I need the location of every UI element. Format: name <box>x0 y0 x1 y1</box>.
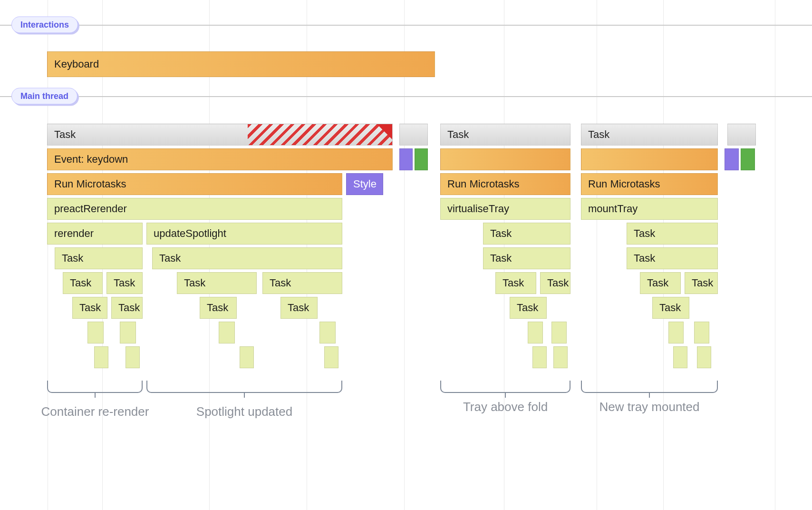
caption-mounted: New tray mounted <box>599 400 700 414</box>
task-bar[interactable]: Task <box>280 297 318 319</box>
task-bar[interactable] <box>324 346 338 368</box>
task-bar[interactable]: Task <box>200 297 237 319</box>
style-recalc-bar[interactable] <box>399 148 413 170</box>
preact-rerender-bar[interactable]: preactRerender <box>47 198 342 220</box>
task-bar[interactable] <box>673 346 687 368</box>
brace-container <box>47 381 143 393</box>
task-bar[interactable]: Task <box>47 124 393 146</box>
paint-bar[interactable] <box>741 148 755 170</box>
task-label: Task <box>54 128 76 141</box>
event-keydown-bar[interactable]: Event: keydown <box>47 148 393 170</box>
task-bar[interactable] <box>120 322 136 343</box>
brace-above-fold <box>440 381 570 393</box>
task-bar[interactable]: Task <box>152 247 342 269</box>
long-task-hatch <box>248 124 392 145</box>
run-microtasks-bar[interactable]: Run Microtasks <box>47 173 342 195</box>
mount-tray-bar[interactable]: mountTray <box>581 198 718 220</box>
task-bar[interactable]: Task <box>540 272 570 294</box>
event-bar[interactable] <box>440 148 570 170</box>
run-microtasks-bar[interactable]: Run Microtasks <box>440 173 570 195</box>
virtualise-tray-bar[interactable]: virtualiseTray <box>440 198 570 220</box>
gridline <box>775 0 775 510</box>
task-bar[interactable] <box>694 322 709 343</box>
long-task-triangle-icon <box>377 124 392 139</box>
paint-bar[interactable] <box>415 148 428 170</box>
task-bar[interactable]: Task <box>63 272 103 294</box>
task-bar[interactable] <box>94 346 108 368</box>
gridline <box>597 0 597 510</box>
brace-mounted <box>581 381 718 393</box>
task-bar[interactable] <box>727 124 756 146</box>
style-recalc-bar[interactable] <box>725 148 739 170</box>
task-bar[interactable]: Task <box>177 272 257 294</box>
task-bar[interactable]: Task <box>495 272 536 294</box>
style-bar[interactable]: Style <box>346 173 383 195</box>
task-bar[interactable] <box>240 346 254 368</box>
section-badge-interactions[interactable]: Interactions <box>11 17 78 33</box>
section-divider-interactions <box>0 25 812 26</box>
task-bar[interactable]: Task <box>510 297 547 319</box>
task-bar[interactable]: Task <box>581 124 718 146</box>
task-bar[interactable] <box>532 346 547 368</box>
task-bar[interactable]: Task <box>55 247 143 269</box>
task-bar[interactable] <box>697 346 711 368</box>
task-bar[interactable]: Task <box>440 124 570 146</box>
task-bar[interactable]: Task <box>640 272 681 294</box>
task-bar[interactable]: Task <box>483 223 570 245</box>
rerender-bar[interactable]: rerender <box>47 223 143 245</box>
task-bar[interactable]: Task <box>72 297 107 319</box>
section-badge-main-thread[interactable]: Main thread <box>11 88 77 105</box>
task-bar[interactable]: Task <box>685 272 718 294</box>
run-microtasks-bar[interactable]: Run Microtasks <box>581 173 718 195</box>
task-bar[interactable] <box>399 124 428 146</box>
section-divider-main-thread <box>0 96 812 97</box>
brace-spotlight <box>146 381 342 393</box>
flame-chart-canvas: Interactions Keyboard Main thread Task E… <box>0 0 812 510</box>
caption-above-fold: Tray above fold <box>463 400 548 414</box>
task-bar[interactable] <box>319 322 336 343</box>
task-bar[interactable]: Task <box>106 272 143 294</box>
task-bar[interactable]: Task <box>627 247 718 269</box>
task-bar[interactable]: Task <box>111 297 143 319</box>
task-bar[interactable] <box>668 322 684 343</box>
task-bar[interactable]: Task <box>262 272 342 294</box>
task-bar[interactable]: Task <box>627 223 718 245</box>
task-bar[interactable]: Task <box>652 297 689 319</box>
caption-container: Container re-render <box>41 404 149 419</box>
task-bar[interactable] <box>551 322 567 343</box>
caption-spotlight: Spotlight updated <box>196 404 292 419</box>
task-bar[interactable] <box>219 322 235 343</box>
interaction-keyboard[interactable]: Keyboard <box>47 51 435 77</box>
task-bar[interactable]: Task <box>483 247 570 269</box>
event-bar[interactable] <box>581 148 718 170</box>
task-bar[interactable] <box>126 346 140 368</box>
task-bar[interactable] <box>553 346 568 368</box>
task-bar[interactable] <box>528 322 543 343</box>
task-bar[interactable] <box>87 322 104 343</box>
update-spotlight-bar[interactable]: updateSpotlight <box>146 223 342 245</box>
